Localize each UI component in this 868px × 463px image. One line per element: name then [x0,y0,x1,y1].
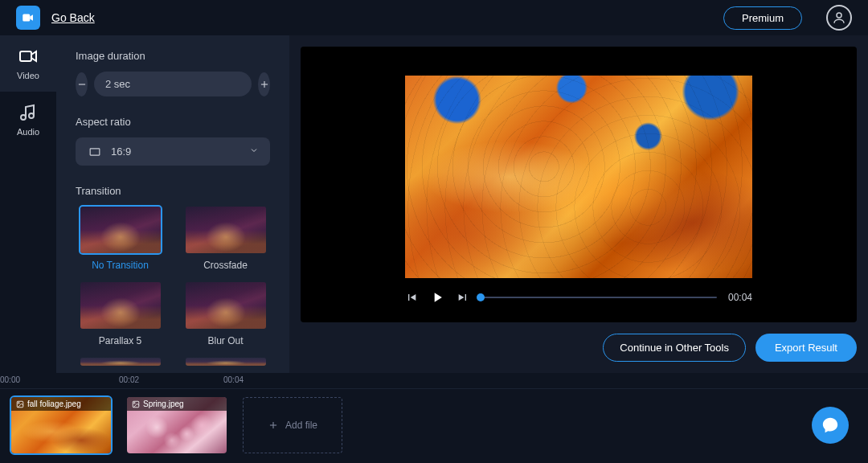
export-result-button[interactable]: Export Result [755,334,857,362]
progress-slider[interactable] [481,297,717,298]
prev-frame-button[interactable] [405,291,418,304]
clip-filename-label: fall foliage.jpeg [11,397,111,411]
add-file-button[interactable]: Add file [243,397,342,453]
clip-filename-label: Spring.jpeg [127,397,227,411]
transition-option-no-transition[interactable]: No Transition [76,207,165,271]
chevron-down-icon [249,145,259,158]
aspect-ratio-label: Aspect ratio [76,116,270,128]
nav-item-video[interactable]: Video [0,35,56,92]
svg-point-10 [18,402,20,404]
clip-filename: Spring.jpeg [143,399,184,408]
continue-other-tools-button[interactable]: Continue in Other Tools [603,334,746,362]
svg-point-1 [837,13,841,18]
transition-option-more[interactable] [76,358,165,366]
ruler-tick: 00:02 [119,375,139,384]
total-time-label: 00:04 [728,292,752,303]
transition-thumb [80,207,161,253]
preview-frame [405,76,752,278]
ruler-tick: 00:00 [0,375,20,384]
preview-actions: Continue in Other Tools Export Result [301,322,857,362]
transition-option-parallax-5[interactable]: Parallax 5 [76,282,165,346]
account-avatar[interactable] [826,5,852,31]
transition-thumb [186,207,266,253]
timeline-clip[interactable]: Spring.jpeg [127,397,227,453]
timeline-ruler[interactable]: 00:00 00:02 00:04 [0,373,868,389]
progress-handle[interactable] [477,293,485,301]
timeline: 00:00 00:02 00:04 fall foliage.jpeg Spri… [0,373,868,463]
duration-decrease-button[interactable] [76,72,88,96]
player-controls: 00:04 [405,289,752,305]
svg-point-4 [29,113,34,118]
transition-name: Parallax 5 [99,335,141,346]
transition-name: No Transition [92,260,149,271]
aspect-ratio-select[interactable]: 16:9 [76,137,270,166]
transition-label: Transition [76,185,270,197]
add-file-label: Add file [285,420,317,431]
preview-area: 00:04 Continue in Other Tools Export Res… [289,35,868,373]
timeline-clip[interactable]: fall foliage.jpeg [11,397,111,453]
transition-thumb [80,358,161,366]
preview-canvas: 00:04 [301,47,857,322]
svg-point-12 [134,402,136,404]
transition-option-more[interactable] [181,358,270,366]
ruler-tick: 00:04 [223,375,244,384]
app-logo [16,6,40,30]
next-frame-button[interactable] [457,291,469,304]
clips-row: fall foliage.jpeg Spring.jpeg Add file [0,389,868,461]
main-area: Video Audio Image duration Aspect ratio … [0,35,868,373]
svg-rect-0 [23,14,30,22]
settings-panel: Image duration Aspect ratio 16:9 Transit… [56,35,289,373]
transition-thumb [80,282,161,329]
svg-rect-8 [90,148,100,154]
svg-rect-2 [20,51,31,61]
transition-thumb [186,358,266,366]
transition-option-blur-out[interactable]: Blur Out [181,282,270,346]
duration-input[interactable] [94,72,252,96]
transition-option-crossfade[interactable]: Crossfade [181,207,270,271]
go-back-link[interactable]: Go Back [51,11,95,24]
image-duration-label: Image duration [76,50,270,62]
nav-item-audio[interactable]: Audio [0,92,56,148]
play-button[interactable] [429,289,445,305]
aspect-value: 16:9 [111,145,131,158]
top-bar: Go Back Premium [0,0,868,35]
nav-label: Video [17,71,39,80]
transition-thumb [186,282,266,329]
transition-name: Blur Out [207,335,243,346]
nav-label: Audio [17,127,39,137]
help-chat-button[interactable] [812,407,849,444]
left-nav: Video Audio [0,35,56,373]
duration-increase-button[interactable] [258,72,270,96]
transition-name: Crossfade [203,260,248,271]
svg-point-3 [21,115,26,120]
clip-filename: fall foliage.jpeg [27,399,81,408]
transition-grid: No Transition Crossfade Parallax 5 Blur … [76,207,270,366]
premium-button[interactable]: Premium [723,6,802,30]
duration-control [76,72,270,96]
